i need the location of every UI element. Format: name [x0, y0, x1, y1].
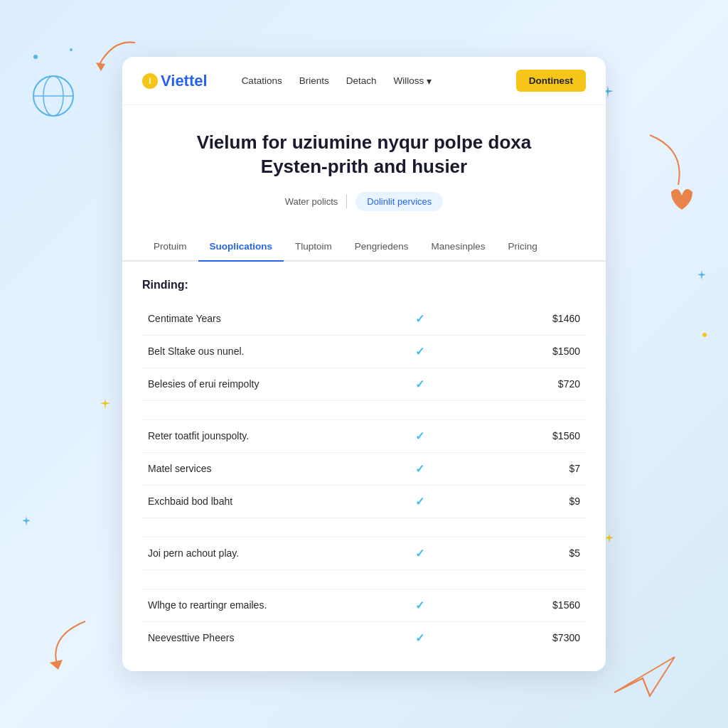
feature-name: Exchbaid bod lbaht — [142, 485, 386, 518]
table-row: Matel services ✓ $7 — [142, 452, 586, 485]
nav-catations[interactable]: Catations — [242, 75, 282, 86]
section-title: Rinding: — [142, 279, 586, 291]
check-col: ✓ — [386, 368, 453, 400]
hero-section: Vielum for uziumine nyqur polpe doxa Eys… — [122, 105, 606, 225]
price-col: $1560 — [453, 589, 586, 621]
svg-point-0 — [33, 76, 73, 116]
table-row: Belesies of erui reimpolty ✓ $720 — [142, 368, 586, 400]
hero-btn-water[interactable]: Water policts — [285, 196, 338, 207]
check-icon: ✓ — [415, 547, 424, 560]
tabs-bar: Protuim Suoplications Tluptoim Pengriede… — [122, 232, 606, 262]
check-icon: ✓ — [415, 430, 424, 442]
check-icon: ✓ — [415, 496, 424, 508]
price-col: $720 — [453, 368, 586, 400]
deco-star-2 — [697, 270, 707, 283]
table-row-gap — [142, 569, 586, 589]
navbar: i Viettel Catations Brients Detach Willo… — [122, 57, 606, 105]
deco-star-4 — [100, 398, 111, 412]
hero-divider — [346, 194, 347, 208]
table-row-gap — [142, 400, 586, 419]
price-col: $5 — [453, 537, 586, 569]
table-row: Centimate Years ✓ $1460 — [142, 303, 586, 336]
deco-arrow-right — [636, 128, 700, 213]
check-col: ✓ — [386, 419, 453, 452]
content-area: Rinding: Centimate Years ✓ $1460 Belt Sl… — [122, 262, 606, 671]
svg-point-3 — [33, 55, 38, 59]
table-row: Joi pern achout play. ✓ $5 — [142, 537, 586, 569]
check-icon: ✓ — [415, 632, 424, 644]
check-icon: ✓ — [415, 599, 424, 611]
nav-willoss[interactable]: Willoss ▾ — [393, 75, 432, 87]
check-icon: ✓ — [415, 346, 424, 358]
deco-star-3 — [21, 516, 31, 529]
price-col: $7 — [453, 452, 586, 485]
svg-marker-5 — [96, 63, 105, 71]
nav-cta-button[interactable]: Dontinest — [516, 70, 586, 92]
price-col: $9 — [453, 485, 586, 518]
tab-manesinples[interactable]: Manesinples — [420, 232, 497, 262]
feature-name: Centimate Years — [142, 303, 386, 336]
tab-suoplications[interactable]: Suoplications — [198, 232, 284, 262]
check-icon: ✓ — [415, 378, 424, 390]
feature-name: Joi pern achout play. — [142, 537, 386, 569]
nav-brients[interactable]: Brients — [299, 75, 329, 86]
tab-pengriedens[interactable]: Pengriedens — [343, 232, 420, 262]
table-row: Neevesttive Pheers ✓ $7300 — [142, 621, 586, 654]
price-col: $1500 — [453, 335, 586, 368]
deco-globe-area — [21, 43, 92, 135]
price-col: $1560 — [453, 419, 586, 452]
table-row-gap — [142, 518, 586, 537]
hero-title: Vielum for uziumine nyqur polpe doxa Eys… — [151, 131, 577, 179]
tab-tluptoim[interactable]: Tluptoim — [284, 232, 343, 262]
svg-point-4 — [70, 48, 73, 51]
table-row: Exchbaid bod lbaht ✓ $9 — [142, 485, 586, 518]
tab-pricing[interactable]: Pricing — [496, 232, 548, 262]
check-col: ✓ — [386, 335, 453, 368]
check-col: ✓ — [386, 452, 453, 485]
svg-line-8 — [643, 678, 650, 696]
svg-point-9 — [702, 333, 707, 337]
svg-point-1 — [43, 76, 63, 116]
check-col: ✓ — [386, 303, 453, 336]
tab-protuim[interactable]: Protuim — [142, 232, 198, 262]
main-card: i Viettel Catations Brients Detach Willo… — [122, 57, 606, 671]
check-col: ✓ — [386, 589, 453, 621]
hero-btn-dolinlit[interactable]: Dolinlit pervices — [355, 192, 443, 211]
nav-links: Catations Brients Detach Willoss ▾ — [242, 75, 493, 87]
feature-name: Belesies of erui reimpolty — [142, 368, 386, 400]
svg-marker-6 — [50, 660, 63, 670]
price-col: $7300 — [453, 621, 586, 654]
price-col: $1460 — [453, 303, 586, 336]
table-row: Reter toatfit jounspolty. ✓ $1560 — [142, 419, 586, 452]
check-icon: ✓ — [415, 463, 424, 475]
deco-arrow-bottom-right — [607, 643, 678, 700]
feature-name: Neevesttive Pheers — [142, 621, 386, 654]
deco-arrow-bottom-left — [36, 614, 107, 671]
check-col: ✓ — [386, 537, 453, 569]
feature-name: Matel services — [142, 452, 386, 485]
feature-name: Wlhge to reartingr emailes. — [142, 589, 386, 621]
svg-marker-7 — [614, 657, 675, 696]
hero-buttons: Water policts Dolinlit pervices — [151, 192, 577, 211]
check-col: ✓ — [386, 485, 453, 518]
chevron-down-icon: ▾ — [427, 75, 432, 87]
feature-name: Reter toatfit jounspolty. — [142, 419, 386, 452]
logo-icon: i — [142, 73, 158, 89]
table-row: Belt Sltake ous nunel. ✓ $1500 — [142, 335, 586, 368]
logo: i Viettel — [142, 72, 208, 90]
deco-dot-1 — [702, 327, 707, 340]
logo-text: Viettel — [161, 72, 208, 90]
pricing-table: Centimate Years ✓ $1460 Belt Sltake ous … — [142, 303, 586, 654]
nav-detach[interactable]: Detach — [346, 75, 377, 86]
check-col: ✓ — [386, 621, 453, 654]
check-icon: ✓ — [415, 313, 424, 325]
table-row: Wlhge to reartingr emailes. ✓ $1560 — [142, 589, 586, 621]
feature-name: Belt Sltake ous nunel. — [142, 335, 386, 368]
deco-star-5 — [604, 533, 614, 546]
